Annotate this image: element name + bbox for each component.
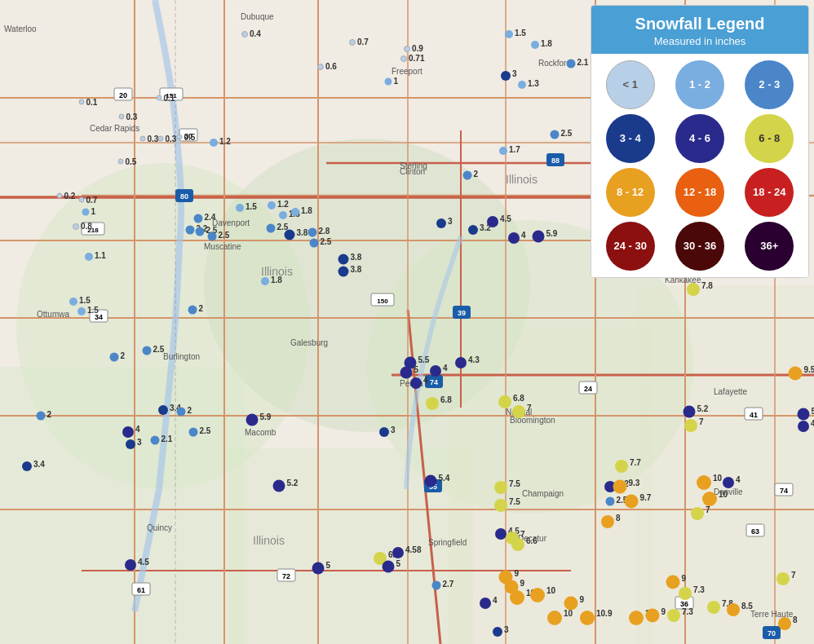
snow-marker: [188, 306, 197, 315]
snow-marker: [208, 232, 217, 241]
legend-grid: < 11 - 22 - 33 - 44 - 66 - 88 - 1212 - 1…: [591, 54, 808, 277]
snow-value: 4: [521, 231, 526, 240]
snow-marker: [798, 408, 810, 421]
snow-marker: [404, 46, 410, 52]
snow-value: 5: [396, 559, 401, 568]
snow-marker: [646, 609, 660, 623]
snow-marker: [480, 598, 491, 609]
snow-value: 2.1: [161, 434, 173, 443]
snow-value: 1.5: [79, 296, 91, 305]
snow-value: 9.7: [640, 493, 652, 502]
snow-marker: [629, 611, 644, 625]
snow-marker: [273, 480, 285, 492]
snow-marker: [400, 367, 413, 379]
state-label: Illinois: [261, 265, 293, 278]
snow-marker: [606, 497, 615, 506]
snow-marker: [22, 461, 32, 471]
snow-value: 3.8: [297, 228, 308, 237]
snow-value: 1: [394, 77, 399, 86]
snow-marker: [267, 224, 276, 233]
snow-marker: [186, 226, 195, 235]
snow-value: 5: [326, 561, 331, 570]
snow-marker: [140, 136, 146, 142]
snow-value: 1: [91, 207, 96, 216]
snow-value: 5.2: [697, 404, 709, 413]
snow-value: 0.8: [81, 222, 92, 231]
snow-value: 10: [546, 586, 555, 595]
snow-marker: [567, 60, 576, 68]
snow-value: 5.2: [287, 479, 299, 487]
snow-marker: [455, 357, 467, 368]
snow-marker: [499, 147, 507, 155]
snow-value: 5: [812, 407, 815, 416]
city-label: Cedar Rapids: [90, 124, 139, 133]
legend-item: 4 - 6: [667, 114, 732, 163]
snow-value: 0.4: [250, 29, 261, 38]
snow-value: 9: [682, 574, 687, 583]
snow-value: 3.8: [351, 265, 362, 274]
snow-marker: [432, 581, 441, 590]
legend-item: 8 - 12: [598, 168, 662, 217]
snow-marker: [531, 41, 539, 49]
state-label: Illinois: [506, 173, 538, 186]
snow-marker: [494, 481, 507, 494]
snow-value: 9.5: [804, 365, 815, 374]
snow-value: 4: [135, 425, 140, 434]
snow-value: 1.2: [219, 137, 231, 146]
legend-subtitle: Measured in inches: [603, 35, 797, 47]
snow-marker: [125, 559, 136, 571]
snow-marker: [580, 611, 595, 625]
snow-value: 10: [713, 474, 722, 483]
snow-marker: [778, 617, 791, 630]
snow-marker: [241, 31, 248, 37]
snow-value: 7: [706, 505, 710, 514]
legend-item: 18 - 24: [737, 168, 802, 217]
snow-marker: [494, 499, 507, 512]
snow-marker: [518, 81, 526, 89]
snow-value: 3: [391, 426, 396, 434]
city-label: Dubuque: [241, 12, 274, 21]
snow-marker: [683, 406, 696, 418]
snow-value: 7.7: [630, 458, 641, 467]
snow-marker: [317, 64, 324, 70]
snow-value: 2: [474, 170, 479, 179]
snow-marker: [495, 528, 507, 540]
city-label: Waterloo: [4, 24, 37, 33]
snow-value: 0.3: [126, 112, 138, 121]
snow-marker: [667, 609, 680, 622]
snow-marker: [436, 218, 446, 228]
snow-marker: [236, 204, 244, 212]
snow-marker: [684, 419, 697, 432]
snow-value: 6.8: [513, 394, 524, 403]
city-label: Sterling: [400, 161, 427, 170]
snow-marker: [400, 55, 407, 62]
snow-value: 0.1: [86, 98, 98, 107]
snow-marker: [189, 428, 198, 437]
city-label: Galesburg: [290, 338, 328, 347]
snow-marker: [392, 547, 404, 558]
snow-marker: [789, 367, 803, 381]
snow-marker: [279, 211, 287, 219]
snow-value: 2.7: [443, 580, 454, 589]
legend-item: 12 - 18: [667, 168, 732, 217]
snow-marker: [177, 135, 183, 140]
snow-marker: [158, 136, 164, 142]
snow-value: 4: [493, 596, 498, 605]
snow-marker: [776, 572, 790, 585]
snow-value: 1.1: [95, 251, 106, 260]
snow-value: 2.5: [321, 237, 332, 246]
snow-value: 3: [448, 217, 453, 226]
snow-marker: [143, 346, 152, 355]
snow-marker: [511, 538, 524, 551]
snow-value: 4.5: [500, 214, 511, 223]
snow-marker: [702, 492, 717, 506]
snow-value: 1.5: [87, 306, 99, 315]
snow-marker: [310, 239, 319, 248]
snow-value: 10.9: [596, 609, 612, 618]
snow-value: 7.5: [509, 479, 520, 488]
legend-item: < 1: [598, 60, 662, 109]
snow-marker: [508, 232, 520, 244]
snow-value: 2.5: [219, 231, 230, 240]
snow-value: 7: [791, 571, 796, 580]
snow-marker: [697, 475, 711, 490]
